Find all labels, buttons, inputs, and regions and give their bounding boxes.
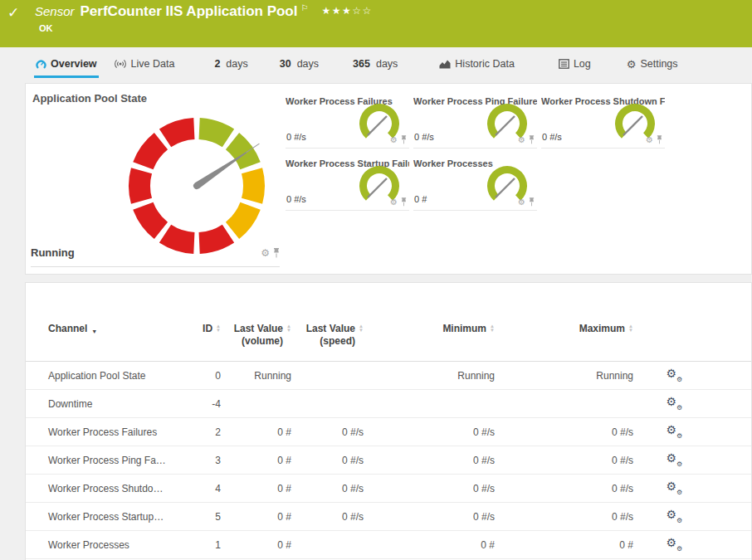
maximum-value: 0 #/s xyxy=(495,455,633,466)
channel-name[interactable]: Downtime xyxy=(48,398,181,410)
tab-historic-data[interactable]: Historic Data xyxy=(439,47,515,80)
channel-table-body: Application Pool State0RunningRunningRun… xyxy=(26,362,751,559)
tab-label: Settings xyxy=(640,58,677,70)
tab-2-days[interactable]: 2days xyxy=(214,47,247,80)
gauge-settings-gear-icon[interactable]: ⚙ xyxy=(518,136,525,144)
tab-bar: OverviewLive Data2days30days365daysHisto… xyxy=(0,47,752,80)
gauge-settings-gear-icon[interactable]: ⚙ xyxy=(261,248,270,258)
channel-name[interactable]: Worker Process Failures xyxy=(48,426,181,438)
gauge-settings-gear-icon[interactable]: ⚙ xyxy=(390,198,398,207)
mini-gauge-tile: Worker Process Failures0 #/s⚙ xyxy=(286,93,409,149)
last-value-volume: 0 # xyxy=(221,455,291,466)
column-label: Minimum xyxy=(442,323,486,335)
table-row: Worker Process Startup…50 #0 #/s0 #/s0 #… xyxy=(26,503,751,531)
mini-gauge-needle xyxy=(368,116,387,135)
column-header-speed[interactable]: Last Value(speed)▲▼ xyxy=(291,323,364,348)
column-header-channel[interactable]: Channel▼ xyxy=(48,323,181,338)
mini-gauge-needle xyxy=(368,178,387,197)
channel-name[interactable]: Application Pool State xyxy=(48,370,181,382)
mini-gauge-tile: Worker Processes0 #⚙ xyxy=(413,155,537,211)
channel-id: 3 xyxy=(181,455,221,466)
broadcast-icon xyxy=(114,59,127,69)
status-ok-check-icon: ✓ xyxy=(7,4,19,22)
gauge-segment-red xyxy=(129,168,152,204)
channel-name[interactable]: Worker Processes xyxy=(48,539,181,551)
channel-name[interactable]: Worker Process Shutdo… xyxy=(48,483,181,494)
pin-icon[interactable] xyxy=(529,197,535,207)
mini-gauge-tile: Worker Process Startup Failu…0 #/s⚙ xyxy=(286,155,409,211)
tab-30-days[interactable]: 30days xyxy=(280,47,319,80)
maximum-value: Running xyxy=(495,370,633,382)
last-value-speed: 0 #/s xyxy=(291,455,364,466)
mini-gauge-needle xyxy=(623,116,642,135)
minimum-value: 0 #/s xyxy=(364,483,495,494)
gauge-segment-red xyxy=(133,133,168,169)
mini-gauge-value: 0 #/s xyxy=(286,132,306,142)
column-label: Channel xyxy=(48,323,87,335)
column-header-volume[interactable]: Last Value(volume)▲▼ xyxy=(221,323,291,348)
column-header-min[interactable]: Minimum▲▼ xyxy=(364,323,495,335)
channel-sort-caret-icon[interactable]: ▼ xyxy=(91,325,97,338)
tab-365-days[interactable]: 365days xyxy=(353,47,398,80)
priority-stars[interactable]: ★★★☆☆ xyxy=(321,5,372,17)
column-label: Last Value(speed) xyxy=(306,323,355,348)
channel-name[interactable]: Worker Process Startup… xyxy=(48,511,181,523)
gauge-segment-yellow xyxy=(226,202,261,239)
tab-label: Log xyxy=(574,58,591,70)
pin-icon[interactable] xyxy=(657,135,662,144)
main-gauge-title: Application Pool State xyxy=(32,92,147,105)
mini-gauge-value: 0 # xyxy=(414,194,427,204)
gauge-segment-green xyxy=(199,118,235,147)
mini-gauge-tile: Worker Process Shutdown Fa…0 #/s⚙ xyxy=(541,93,665,149)
channel-table-panel: Channel▼ID▲▼Last Value(volume)▲▼Last Val… xyxy=(25,282,752,560)
last-value-speed: 0 #/s xyxy=(291,483,364,494)
channel-id: 2 xyxy=(181,426,221,438)
application-pool-state-gauge xyxy=(120,109,274,263)
tab-label: days xyxy=(226,58,247,70)
mini-gauge-grid: Worker Process Failures0 #/s⚙ Worker Pro… xyxy=(286,93,748,211)
sensor-title-line: SensorPerfCounter IIS Application Pool⚐★… xyxy=(35,3,373,20)
pin-icon[interactable] xyxy=(401,135,407,144)
gauge-icon xyxy=(36,59,46,70)
tab-overview[interactable]: Overview xyxy=(36,47,97,80)
table-row: Worker Process Shutdo…40 #0 #/s0 #/s0 #/… xyxy=(26,475,751,503)
mini-gauge-value: 0 #/s xyxy=(286,194,306,204)
tab-label: Live Data xyxy=(131,58,175,70)
last-value-speed: 0 #/s xyxy=(291,426,364,438)
tab-label: Historic Data xyxy=(455,58,515,70)
channel-id: 4 xyxy=(181,483,221,494)
channel-id: 5 xyxy=(181,511,221,523)
maximum-value: 0 #/s xyxy=(495,483,633,494)
channel-name[interactable]: Worker Process Ping Fa… xyxy=(48,455,181,466)
tab-log[interactable]: Log xyxy=(559,47,591,80)
column-label: Last Value(volume) xyxy=(234,323,283,348)
table-row: Application Pool State0RunningRunningRun… xyxy=(26,362,751,390)
pin-icon[interactable] xyxy=(273,248,280,258)
table-row: Worker Process Ping Fa…30 #0 #/s0 #/s0 #… xyxy=(26,446,751,475)
tab-number: 365 xyxy=(353,58,370,70)
gauge-settings-gear-icon[interactable]: ⚙ xyxy=(518,198,525,207)
chart-icon xyxy=(439,59,451,69)
last-value-speed: 0 #/s xyxy=(291,511,364,523)
table-row: Downtime-4⚙⚙ xyxy=(26,390,751,418)
sensor-kind-label: Sensor xyxy=(35,4,75,18)
minimum-value: 0 #/s xyxy=(364,426,495,438)
pin-icon[interactable] xyxy=(529,135,535,144)
gauge-settings-gear-icon[interactable]: ⚙ xyxy=(646,136,653,144)
flag-icon[interactable]: ⚐ xyxy=(300,3,308,12)
mini-gauge-needle xyxy=(496,178,515,197)
mini-gauge-tile: Worker Process Ping Failures0 #/s⚙ xyxy=(413,93,537,149)
page-title: PerfCounter IIS Application Pool xyxy=(81,3,298,19)
sort-arrows-icon[interactable]: ▲▼ xyxy=(628,324,633,332)
maximum-value: 0 # xyxy=(495,539,633,551)
channel-id: -4 xyxy=(181,398,221,410)
column-header-max[interactable]: Maximum▲▼ xyxy=(495,323,633,335)
gauge-settings-gear-icon[interactable]: ⚙ xyxy=(390,136,398,144)
tab-settings[interactable]: ⚙Settings xyxy=(627,47,678,80)
last-value-volume: 0 # xyxy=(221,539,291,551)
tab-number: 2 xyxy=(214,58,220,70)
gauge-segment-yellow xyxy=(242,168,265,204)
pin-icon[interactable] xyxy=(401,197,407,207)
tab-live-data[interactable]: Live Data xyxy=(114,47,175,80)
column-header-id[interactable]: ID▲▼ xyxy=(181,323,221,335)
